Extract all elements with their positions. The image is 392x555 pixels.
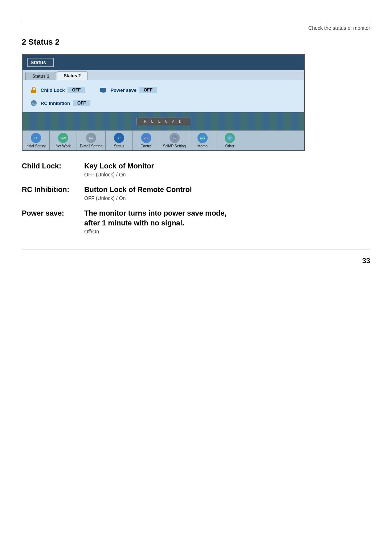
control-icon: CT <box>141 133 151 143</box>
entry-child-lock-key: Child Lock: <box>22 162 80 170</box>
rc-inhibition-item: RC RC Inhibition OFF <box>30 99 90 107</box>
page-subtitle: Check the status of monitor <box>0 22 392 31</box>
nav-email-setting[interactable]: EM E-Mail Setting <box>77 131 106 150</box>
memo-icon: MO <box>197 133 208 143</box>
svg-rect-1 <box>100 88 106 92</box>
tab-status2[interactable]: Status 2 <box>57 72 88 80</box>
monitor-content: Child Lock OFF Power save OFF <box>23 80 304 130</box>
rc-inhibition-value: OFF <box>73 100 90 106</box>
status-row-1: Child Lock OFF Power save OFF <box>30 86 297 94</box>
other-icon: OT <box>225 133 235 143</box>
nav-memo[interactable]: MO Memo <box>189 131 216 150</box>
nav-snmp-setting-label: SNMP Setting <box>163 144 186 148</box>
power-save-value: OFF <box>139 87 157 93</box>
entry-rc-inhibition-title-row: RC Inhibition: Button Lock of Remote Con… <box>22 185 370 194</box>
nav-status-label: Status <box>114 144 124 148</box>
power-save-item: Power save OFF <box>99 86 157 94</box>
status-icon: ST <box>114 133 124 143</box>
nav-other-label: Other <box>225 144 234 148</box>
nav-initial-setting-label: Initial Setting <box>25 144 46 148</box>
entry-child-lock-title-row: Child Lock: Key Lock of Monitor <box>22 162 370 170</box>
svg-rect-2 <box>102 92 105 93</box>
svg-text:IS: IS <box>34 136 38 140</box>
entry-power-save-desc: Off/On <box>84 229 370 234</box>
svg-text:ST: ST <box>117 137 121 140</box>
svg-rect-0 <box>31 90 36 93</box>
page-number: 33 <box>0 249 392 272</box>
rc-inhibition-icon: RC <box>30 99 38 107</box>
nav-bar: IS Initial Setting NW Net Work EM E-Mail… <box>23 130 304 150</box>
tab-row: Status 1 Status 2 <box>23 70 304 80</box>
entry-rc-inhibition-desc: OFF (Unlock) / On <box>84 195 370 201</box>
network-icon: NW <box>58 133 68 143</box>
monitor-titlebar: Status <box>23 55 304 70</box>
nav-email-setting-label: E-Mail Setting <box>80 144 102 148</box>
child-lock-label: Child Lock <box>41 87 65 93</box>
rc-inhibition-label: RC Inhibition <box>41 101 70 106</box>
child-lock-item: Child Lock OFF <box>30 86 85 94</box>
status-row-2: RC RC Inhibition OFF <box>30 99 297 107</box>
monitor-ui-container: Status Status 1 Status 2 Child Lock OFF <box>22 54 305 151</box>
child-lock-value: OFF <box>68 87 85 93</box>
entry-child-lock: Child Lock: Key Lock of Monitor OFF (Unl… <box>22 162 370 177</box>
entry-rc-inhibition: RC Inhibition: Button Lock of Remote Con… <box>22 185 370 201</box>
entry-power-save-title-line2: after 1 minute with no signal. <box>84 219 370 227</box>
nav-control-label: Control <box>140 144 152 148</box>
entry-rc-inhibition-key: RC Inhibition: <box>22 185 80 194</box>
initial-setting-icon: IS <box>31 133 41 143</box>
svg-text:MO: MO <box>200 137 205 140</box>
nav-initial-setting[interactable]: IS Initial Setting <box>23 131 50 150</box>
reload-section: R E L O A D <box>23 112 304 130</box>
svg-text:SN: SN <box>173 137 176 140</box>
entry-child-lock-desc: OFF (Unlock) / On <box>84 172 370 177</box>
nav-network-label: Net Work <box>56 144 71 148</box>
svg-text:OT: OT <box>228 137 232 140</box>
snmp-setting-icon: SN <box>170 133 180 143</box>
email-setting-icon: EM <box>86 133 96 143</box>
section-heading: 2 Status 2 <box>22 37 370 47</box>
svg-text:RC: RC <box>32 102 36 105</box>
nav-control[interactable]: CT Control <box>133 131 160 150</box>
svg-text:NW: NW <box>61 136 66 140</box>
child-lock-icon <box>30 86 38 94</box>
monitor-title: Status <box>27 58 54 67</box>
power-save-label: Power save <box>110 87 136 93</box>
entry-power-save-key: Power save: <box>22 209 80 217</box>
svg-text:CT: CT <box>144 137 148 140</box>
entry-power-save-title-line1: The monitor turns into power save mode, <box>84 209 226 217</box>
nav-snmp-setting[interactable]: SN SNMP Setting <box>160 131 189 150</box>
svg-text:EM: EM <box>89 137 93 140</box>
nav-status[interactable]: ST Status <box>106 131 133 150</box>
tab-status1[interactable]: Status 1 <box>25 72 56 80</box>
entry-rc-inhibition-title: Button Lock of Remote Control <box>84 185 192 194</box>
entry-power-save-title-row: Power save: The monitor turns into power… <box>22 209 370 217</box>
nav-network[interactable]: NW Net Work <box>50 131 77 150</box>
reload-button[interactable]: R E L O A D <box>136 118 190 125</box>
nav-other[interactable]: OT Other <box>216 131 244 150</box>
content-section: Child Lock: Key Lock of Monitor OFF (Unl… <box>22 162 370 234</box>
nav-memo-label: Memo <box>197 144 208 148</box>
power-save-icon <box>99 86 107 94</box>
entry-power-save: Power save: The monitor turns into power… <box>22 209 370 234</box>
entry-child-lock-title: Key Lock of Monitor <box>84 162 154 170</box>
